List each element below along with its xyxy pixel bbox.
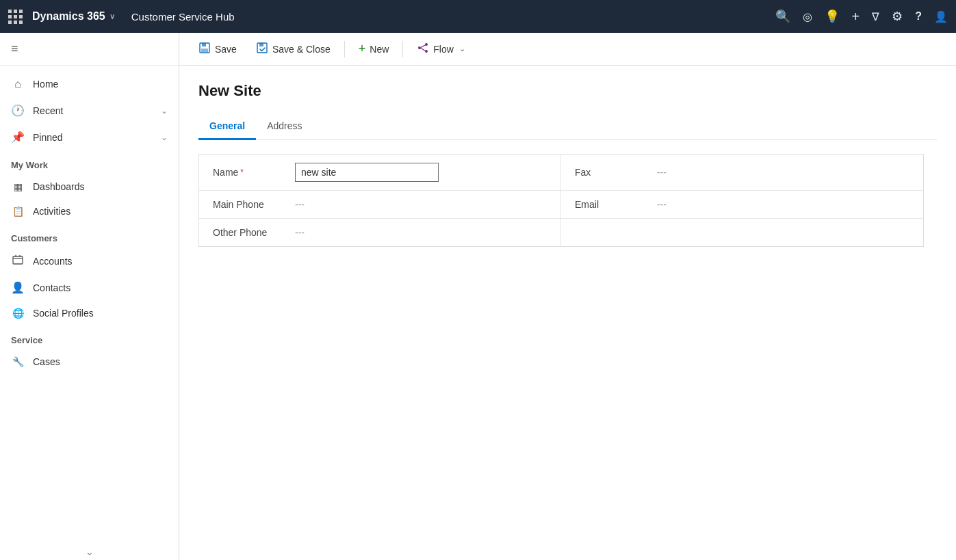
settings-icon[interactable]: ⚙ [892,9,903,24]
toolbar: Save Save & Close + New Flow ⌄ [179,33,956,66]
sidebar-item-activities[interactable]: 📋 Activities [0,199,179,224]
app-name: Customer Service Hub [131,11,235,23]
accounts-icon [11,254,25,267]
name-label: Name * [213,167,288,178]
new-button[interactable]: + New [350,38,398,60]
svg-point-6 [418,46,421,49]
sidebar-item-dashboards[interactable]: ▦ Dashboards [0,174,179,199]
form-cell-empty [561,219,923,246]
sidebar-social-profiles-label: Social Profiles [33,308,168,319]
svg-rect-0 [13,256,23,264]
form-row-2: Main Phone --- Email --- [199,191,923,219]
user-icon[interactable]: 👤 [934,10,948,23]
search-icon[interactable]: 🔍 [775,9,790,24]
flow-icon [417,42,429,57]
other-phone-label: Other Phone [213,227,288,238]
svg-point-7 [425,43,428,46]
form-row-1: Name * Fax --- [199,155,923,191]
svg-point-8 [425,50,428,53]
sidebar-dashboards-label: Dashboards [33,181,168,192]
name-input[interactable] [295,163,439,182]
recent-icon: 🕐 [11,104,25,117]
sidebar-activities-label: Activities [33,206,168,217]
sidebar-accounts-label: Accounts [33,256,168,267]
form-cell-other-phone: Other Phone --- [199,219,561,246]
sidebar-item-accounts[interactable]: Accounts [0,248,179,274]
top-bar-actions: 🔍 ◎ 💡 + ∇ ⚙ ? 👤 [775,9,948,25]
flow-button[interactable]: Flow ⌄ [409,38,474,61]
other-phone-value: --- [295,227,305,238]
email-label: Email [575,199,650,210]
page-content: New Site General Address Name * [179,66,956,560]
form-cell-name: Name * [199,155,561,190]
brand-name: Dynamics 365 [32,10,105,23]
sidebar-recent-label: Recent [33,105,153,116]
section-title-mywork: My Work [0,150,179,174]
sidebar-pinned-label: Pinned [33,132,153,143]
sidebar-item-recent[interactable]: 🕐 Recent ⌄ [0,97,179,124]
sidebar-item-pinned[interactable]: 📌 Pinned ⌄ [0,124,179,150]
svg-rect-2 [202,43,206,46]
form-cell-fax: Fax --- [561,155,923,190]
flow-chevron[interactable]: ⌄ [459,44,465,53]
sidebar-home-label: Home [33,79,168,90]
tabs-container: General Address [198,114,937,140]
top-navigation-bar: Dynamics 365 ∨ Customer Service Hub 🔍 ◎ … [0,0,956,33]
save-close-button[interactable]: Save & Close [248,38,339,61]
sidebar-item-contacts[interactable]: 👤 Contacts [0,274,179,301]
main-phone-label: Main Phone [213,199,288,210]
toolbar-separator-2 [402,41,403,57]
tab-address[interactable]: Address [256,114,313,140]
brand-chevron: ∨ [109,12,115,21]
sidebar-contacts-label: Contacts [33,282,168,293]
contacts-icon: 👤 [11,281,25,294]
dashboards-icon: ▦ [11,181,25,192]
section-title-service: Service [0,325,179,349]
cases-icon: 🔧 [11,356,25,367]
content-area: Save Save & Close + New Flow ⌄ [179,33,956,560]
save-label: Save [215,44,237,55]
waffle-menu[interactable] [8,10,23,24]
save-close-icon [256,42,268,57]
filter-icon[interactable]: ∇ [872,10,879,23]
svg-rect-3 [201,49,208,52]
sidebar-item-cases[interactable]: 🔧 Cases [0,349,179,374]
bulb-icon[interactable]: 💡 [825,9,840,24]
form-section: Name * Fax --- [198,154,924,247]
create-icon[interactable]: + [852,9,860,25]
sidebar: ≡ ⌂ Home 🕐 Recent ⌄ 📌 Pinned ⌄ My Work ▦ [0,33,179,560]
form-cell-email: Email --- [561,191,923,218]
sidebar-cases-label: Cases [33,356,168,367]
section-title-customers: Customers [0,224,179,248]
main-layout: ≡ ⌂ Home 🕐 Recent ⌄ 📌 Pinned ⌄ My Work ▦ [0,33,956,560]
form-row-3: Other Phone --- [199,219,923,246]
fax-label: Fax [575,167,650,178]
pinned-chevron: ⌄ [161,133,168,142]
sidebar-item-home[interactable]: ⌂ Home [0,71,179,97]
home-icon: ⌂ [11,78,25,90]
save-icon [198,42,211,57]
email-value: --- [657,199,667,210]
name-required-star: * [240,168,244,177]
pinned-icon: 📌 [11,131,25,144]
help-icon[interactable]: ? [915,10,922,23]
main-phone-value: --- [295,199,305,210]
form-cell-main-phone: Main Phone --- [199,191,561,218]
target-icon[interactable]: ◎ [803,10,812,23]
flow-label: Flow [433,44,454,55]
sidebar-nav: ⌂ Home 🕐 Recent ⌄ 📌 Pinned ⌄ My Work ▦ D… [0,66,179,544]
new-icon: + [359,42,366,56]
new-label: New [370,44,389,55]
fax-value: --- [657,167,667,178]
svg-rect-5 [259,43,263,46]
save-button[interactable]: Save [190,38,245,61]
page-title: New Site [198,82,937,100]
activities-icon: 📋 [11,206,25,217]
sidebar-item-social-profiles[interactable]: 🌐 Social Profiles [0,301,179,325]
brand-area[interactable]: Dynamics 365 ∨ [32,10,115,23]
recent-chevron: ⌄ [161,106,168,116]
tab-general[interactable]: General [198,114,256,140]
sidebar-scroll-down[interactable]: ⌄ [0,544,179,560]
hamburger-menu[interactable]: ≡ [11,42,18,56]
save-close-label: Save & Close [272,44,331,55]
